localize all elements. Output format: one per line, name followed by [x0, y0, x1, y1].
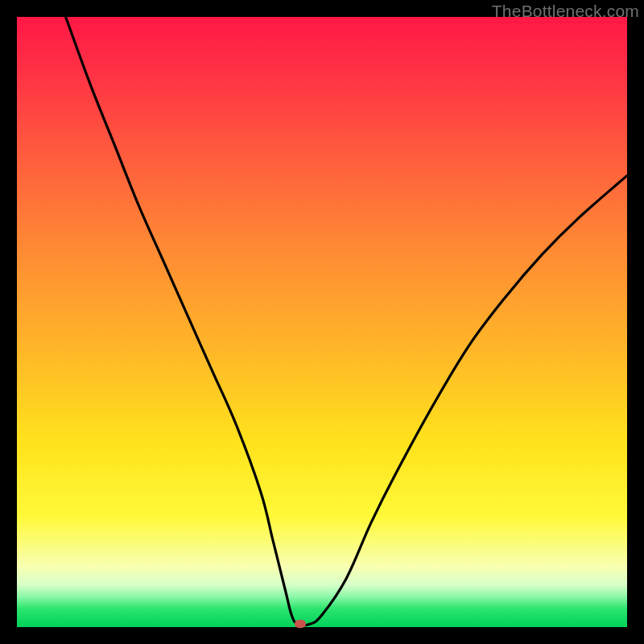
- bottleneck-curve: [17, 17, 627, 627]
- optimal-point-marker: [295, 620, 306, 628]
- curve-path: [66, 17, 627, 625]
- watermark-text: TheBottleneck.com: [492, 2, 639, 21]
- chart-plot-area: [17, 17, 627, 627]
- chart-frame: TheBottleneck.com: [0, 0, 644, 644]
